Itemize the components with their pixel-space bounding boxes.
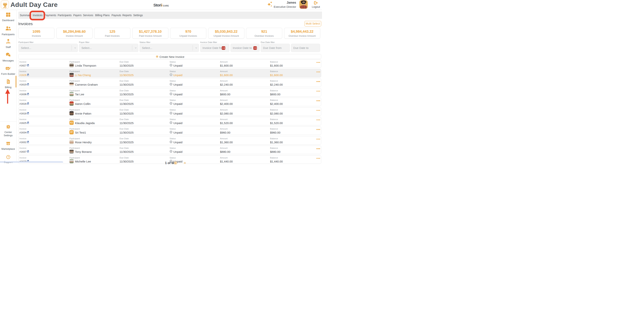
svg-text:?: ? [8,156,9,158]
svg-text:$: $ [8,81,9,83]
